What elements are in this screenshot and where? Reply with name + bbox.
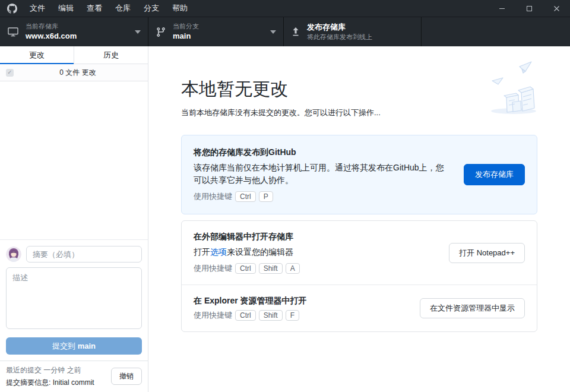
shortcut-label: 使用快捷键 [194,263,232,274]
open-notepad-button[interactable]: 打开 Notepad++ [449,243,525,263]
commit-button[interactable]: 提交到 main [6,337,142,355]
commit-description-input[interactable] [6,267,142,329]
current-branch-selector[interactable]: 当前分支 main [148,17,284,46]
menu-help[interactable]: 帮助 [166,0,194,17]
main-panel: 本地暂无更改 当前本地存储库没有未提交的更改。您可以进行以下操作... 将您的存… [148,46,570,392]
kbd-shift: Shift [259,263,283,274]
publish-repository-toolbar-button[interactable]: 发布存储库 将此存储库发布到线上 [284,17,422,46]
github-logo-icon [7,4,17,14]
current-repository-selector[interactable]: 当前存储库 www.x6d.com [0,17,148,46]
maximize-icon[interactable] [515,0,543,17]
current-repository-value: www.x6d.com [26,31,77,42]
current-branch-value: main [173,31,199,42]
select-all-checkbox[interactable]: ✓ [6,69,14,77]
chevron-down-icon [135,30,141,34]
app-window: 文件 编辑 查看 仓库 分支 帮助 当前存储库 www.x6d.com [0,0,570,392]
options-link[interactable]: 选项 [210,247,227,257]
open-editor-title: 在外部编辑器中打开存储库 [194,232,435,242]
publish-subtitle: 将此存储库发布到线上 [307,33,372,42]
kbd-ctrl: Ctrl [235,263,256,274]
publish-card-title: 将您的存储库发布到GitHub [194,147,449,158]
undo-button[interactable]: 撤销 [111,368,142,385]
changes-list-empty [0,81,148,239]
page-title: 本地暂无更改 [181,77,537,102]
commit-button-branch: main [78,342,96,350]
open-editor-card: 在外部编辑器中打开存储库 打开选项来设置您的编辑器 使用快捷键 Ctrl Shi… [182,221,537,284]
shortcut-label: 使用快捷键 [194,191,232,202]
close-icon[interactable] [543,0,570,17]
sidebar: 更改 历史 ✓ 0 文件 更改 [0,46,148,392]
menu-file[interactable]: 文件 [23,0,52,17]
open-editor-body-pre: 打开 [194,247,210,257]
publish-card-body: 该存储库当前仅在本地计算机上可用。通过将其发布在GitHub上，您可以共享它并与… [194,162,449,186]
publish-title: 发布存储库 [307,22,372,33]
avatar [6,246,21,262]
kbd-f: F [286,310,299,321]
recent-commit-message: Initial commit [53,378,94,387]
action-card-group: 在外部编辑器中打开存储库 打开选项来设置您的编辑器 使用快捷键 Ctrl Shi… [181,220,537,332]
sidebar-tabs: 更改 历史 [0,46,148,64]
menu-view[interactable]: 查看 [80,0,109,17]
commit-button-prefix: 提交到 [52,342,75,350]
menu-branch[interactable]: 分支 [137,0,166,17]
show-in-explorer-button[interactable]: 在文件资源管理器中显示 [420,298,525,318]
commit-form: 提交到 main [0,239,148,361]
tab-history[interactable]: 历史 [74,46,148,64]
chevron-down-icon [270,30,276,34]
monitor-icon [7,27,19,37]
tab-changes[interactable]: 更改 [0,46,74,64]
kbd-shift: Shift [259,310,283,321]
window-controls [488,0,570,17]
open-explorer-card: 在 Explorer 资源管理器中打开 使用快捷键 Ctrl Shift F 在… [182,284,537,331]
current-repository-label: 当前存储库 [26,22,77,31]
titlebar: 文件 编辑 查看 仓库 分支 帮助 [0,0,570,17]
shortcut-label: 使用快捷键 [194,310,232,321]
files-changed-row: ✓ 0 文件 更改 [0,64,148,81]
menu-edit[interactable]: 编辑 [52,0,80,17]
open-explorer-title: 在 Explorer 资源管理器中打开 [194,296,406,306]
menu-repository[interactable]: 仓库 [109,0,137,17]
kbd-ctrl: Ctrl [235,191,256,202]
kbd-a: A [286,263,300,274]
kbd-ctrl: Ctrl [235,310,256,321]
minimize-icon[interactable] [488,0,515,17]
recent-commit-label: 提交摘要信息: [6,378,50,387]
publish-card: 将您的存储库发布到GitHub 该存储库当前仅在本地计算机上可用。通过将其发布在… [181,135,537,214]
paper-plane-city-illustration [489,59,539,118]
publish-repository-button[interactable]: 发布存储库 [464,164,525,185]
git-branch-icon [156,27,166,37]
files-changed-label: 0 文件 更改 [14,68,142,78]
open-editor-body-post: 来设置您的编辑器 [227,247,293,257]
kbd-p: P [259,191,273,202]
commit-summary-input[interactable] [26,246,142,263]
recent-commit-section: 最近的提交 一分钟 之前 提交摘要信息: Initial commit 撤销 [0,361,148,392]
toolbar: 当前存储库 www.x6d.com 当前分支 main [0,17,570,46]
page-subtitle: 当前本地存储库没有未提交的更改。您可以进行以下操作... [181,108,537,118]
upload-icon [291,27,300,37]
current-branch-label: 当前分支 [173,22,199,31]
